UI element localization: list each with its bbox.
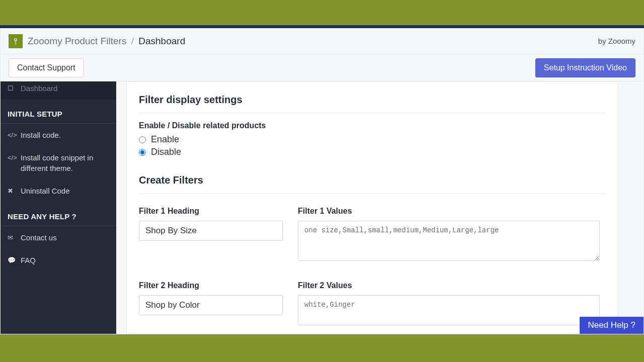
- breadcrumb-current: Dashboard: [138, 36, 185, 46]
- body: ☐ Dashboard INITIAL SETUP </> Install co…: [1, 81, 643, 334]
- radio-enable[interactable]: Enable: [139, 134, 606, 145]
- sidebar-item-install-snippet[interactable]: </> Install code snippet in different th…: [1, 146, 116, 179]
- sidebar-item-faq[interactable]: 💬 FAQ: [1, 249, 116, 272]
- sidebar: ☐ Dashboard INITIAL SETUP </> Install co…: [1, 81, 116, 334]
- code-icon: </>: [8, 153, 17, 162]
- need-help-tab[interactable]: Need Help ?: [580, 317, 643, 334]
- radio-disable-input[interactable]: [139, 149, 146, 156]
- sidebar-item-label: Install code snippet in different theme.: [21, 152, 109, 173]
- filter-row-2: Filter 2 Heading Filter 2 Values: [139, 281, 606, 327]
- radio-enable-label: Enable: [151, 134, 179, 145]
- sidebar-item-dashboard[interactable]: ☐ Dashboard: [1, 81, 116, 100]
- radio-disable[interactable]: Disable: [139, 147, 606, 157]
- app-frame: Zooomy Product Filters / Dashboard by Zo…: [0, 28, 644, 334]
- filter1-values-label: Filter 1 Values: [298, 207, 600, 216]
- comment-icon: 💬: [8, 256, 17, 265]
- breadcrumb: Zooomy Product Filters / Dashboard: [28, 36, 185, 47]
- sidebar-item-label: Dashboard: [21, 83, 57, 94]
- code-icon: </>: [8, 131, 17, 140]
- sidebar-item-install-code[interactable]: </> Install code.: [1, 124, 116, 146]
- contact-support-button[interactable]: Contact Support: [9, 58, 84, 77]
- filter2-heading-input[interactable]: [139, 295, 283, 315]
- sidebar-item-label: FAQ: [21, 255, 36, 265]
- app-logo-icon: [9, 34, 23, 48]
- sidebar-item-label: Uninstall Code: [21, 186, 70, 196]
- filter-display-heading: Filter display settings: [139, 94, 606, 113]
- sidebar-item-uninstall-code[interactable]: ✖ Uninstall Code: [1, 179, 116, 202]
- sidebar-item-label: Install code.: [21, 130, 61, 140]
- filter1-heading-label: Filter 1 Heading: [139, 207, 283, 216]
- filter2-values-label: Filter 2 Values: [298, 281, 600, 290]
- top-stripe: [0, 0, 644, 25]
- filter1-values-textarea[interactable]: [298, 221, 600, 261]
- close-icon: ✖: [8, 187, 17, 196]
- filter-row-1: Filter 1 Heading Filter 1 Values: [139, 207, 606, 263]
- breadcrumb-root[interactable]: Zooomy Product Filters: [28, 36, 126, 46]
- filter2-heading-label: Filter 2 Heading: [139, 281, 283, 290]
- breadcrumb-separator: /: [131, 36, 134, 46]
- radio-disable-label: Disable: [151, 147, 181, 157]
- bottom-stripe: [0, 334, 644, 362]
- action-bar: Contact Support Setup Instruction Video: [1, 54, 643, 81]
- header-byline: by Zooomy: [598, 37, 635, 45]
- sidebar-section-initial-setup: INITIAL SETUP: [1, 100, 116, 124]
- sidebar-item-label: Contact us: [21, 232, 57, 243]
- sidebar-section-need-help: NEED ANY HELP ?: [1, 202, 116, 226]
- sidebar-item-contact-us[interactable]: ✉ Contact us: [1, 226, 116, 249]
- dashboard-icon: ☐: [8, 84, 17, 93]
- filter1-heading-input[interactable]: [139, 221, 283, 241]
- settings-card: Filter display settings Enable / Disable…: [126, 81, 618, 334]
- filter2-values-textarea[interactable]: [298, 295, 600, 325]
- enable-disable-label: Enable / Disable related products: [139, 121, 606, 130]
- main: Filter display settings Enable / Disable…: [116, 81, 643, 334]
- header: Zooomy Product Filters / Dashboard by Zo…: [1, 28, 643, 54]
- setup-video-button[interactable]: Setup Instruction Video: [535, 58, 635, 77]
- create-filters-heading: Create Filters: [139, 174, 606, 194]
- radio-enable-input[interactable]: [139, 136, 146, 143]
- svg-point-0: [15, 38, 17, 41]
- mail-icon: ✉: [8, 233, 17, 242]
